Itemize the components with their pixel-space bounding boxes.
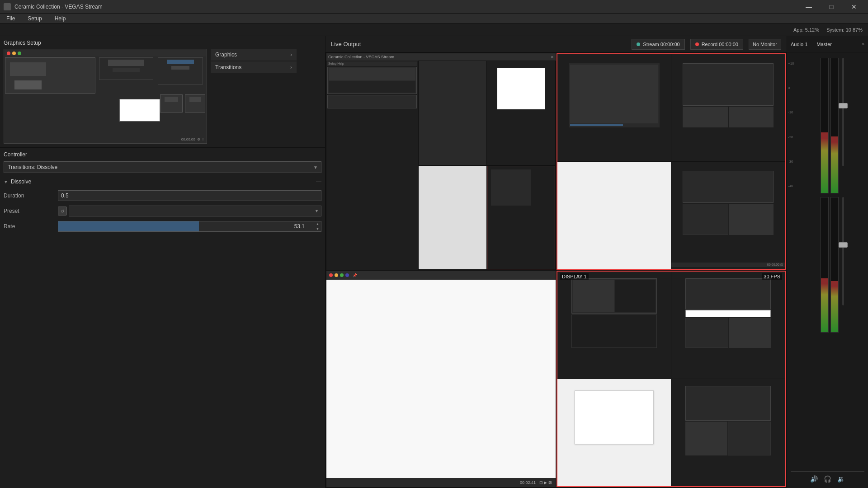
embedded-title-text: Ceramic Collection - VEGAS Stream (328, 55, 394, 59)
br-thumb-2 (671, 272, 785, 379)
br-t4-content (685, 386, 770, 455)
dissolve-collapse-icon[interactable]: — (316, 178, 321, 185)
app-icon (4, 3, 11, 10)
live-output-title: Live Output (331, 41, 361, 47)
output-cell-bottomleft: 📌 00:02:41 ⊡ ▶ ⊠ (326, 271, 556, 487)
headphones-icon[interactable]: 🎧 (822, 474, 833, 484)
menu-help[interactable]: Help (52, 14, 69, 23)
rate-spinner: ▲ ▼ (314, 221, 321, 232)
emb-cell-2 (487, 61, 555, 165)
audio1-tab[interactable]: Audio 1 (791, 42, 807, 47)
topright-content: 00:00:00 ⊡ (557, 54, 785, 269)
transitions-arrow-icon: › (290, 64, 292, 70)
rate-slider-fill (58, 221, 199, 231)
preset-dropdown[interactable] (69, 206, 321, 216)
controller-title: Controller (4, 151, 321, 158)
bottomleft-content: 📌 00:02:41 ⊡ ▶ ⊠ (326, 271, 556, 487)
sidebar-transitions[interactable]: Transitions › (211, 61, 297, 73)
bottom-icons: ⊡ ▶ ⊠ (539, 480, 552, 485)
br-t1-content (571, 278, 656, 348)
topright-thumb-4: 00:00:00 ⊡ (671, 162, 785, 269)
audio1-fader (842, 58, 844, 193)
master-tab[interactable]: Master (816, 42, 832, 47)
transition-dropdown-wrapper[interactable]: Transitions: Dissolve (4, 161, 321, 173)
preview-white-box (119, 99, 160, 122)
audio1-fader-group (821, 58, 844, 193)
stream-label: Stream 00:00:00 (643, 42, 679, 47)
embedded-close: ✕ (551, 55, 554, 59)
audio-expand-icon[interactable]: » (862, 42, 864, 47)
menu-setup[interactable]: Setup (25, 14, 44, 23)
titlebar-left: Ceramic Collection - VEGAS Stream (4, 3, 103, 10)
emb-ctrl (327, 95, 417, 108)
bottom-statusbar: 00:02:41 ⊡ ▶ ⊠ (326, 478, 556, 487)
dissolve-label-group: ▼ Dissolve (4, 178, 31, 185)
db-0: 0 (788, 86, 794, 90)
volume-icon[interactable]: 🔉 (836, 474, 847, 484)
record-label: Record 00:00:00 (702, 42, 738, 47)
output-cell-bottomright: DISPLAY 1 30 FPS (557, 271, 786, 487)
preview-thumb-1 (160, 94, 183, 113)
db-neg30: -30 (788, 160, 794, 164)
duration-input[interactable] (58, 190, 321, 201)
minimize-button[interactable]: — (798, 0, 819, 14)
master-fader-handle[interactable] (839, 242, 848, 248)
app-stat: App: 5.12% (793, 27, 819, 33)
emb-menu: Setup Help (327, 61, 417, 66)
preset-dropdown-wrapper[interactable] (69, 206, 321, 216)
sidebar-transitions-label: Transitions (215, 64, 241, 70)
br-white-box (575, 390, 654, 444)
master-fader-track[interactable] (842, 197, 844, 305)
menu-file[interactable]: File (4, 14, 18, 23)
preset-reset-icon[interactable]: ↺ (58, 206, 67, 216)
record-button[interactable]: Record 00:00:00 (690, 39, 743, 50)
duration-label: Duration (4, 192, 58, 199)
preview-panel-a (5, 57, 95, 94)
output-cell-topright: 00:00:00 ⊡ (557, 53, 786, 270)
sidebar-graphics-label: Graphics (215, 52, 237, 58)
stream-button[interactable]: Stream 00:00:00 (632, 39, 684, 50)
topright-thumb-2 (671, 54, 785, 161)
record-status-dot (695, 42, 699, 46)
embedded-win-controls: ✕ (551, 55, 554, 59)
sidebar-graphics[interactable]: Graphics › (211, 49, 297, 61)
audio-panel: Audio 1 Master » +10 0 -10 -20 -30 -40 (787, 36, 868, 488)
bottomright-content: DISPLAY 1 30 FPS (557, 272, 785, 486)
preset-label: Preset (4, 208, 58, 214)
dissolve-toggle-icon[interactable]: ▼ (4, 179, 8, 184)
embedded-left-panel: Setup Help (326, 61, 418, 270)
rate-down-button[interactable]: ▼ (314, 226, 321, 231)
transition-dropdown[interactable]: Transitions: Dissolve (4, 161, 321, 173)
t4-statusbar: 00:00:00 ⊡ (671, 263, 785, 267)
output-cell-topleft: Ceramic Collection - VEGAS Stream ✕ Setu… (326, 53, 556, 270)
close-button[interactable]: ✕ (844, 0, 864, 14)
preview-inner-titlebar (5, 50, 206, 56)
titlebar: Ceramic Collection - VEGAS Stream — □ ✕ (0, 0, 868, 14)
rate-input-group: 53.1 ▲ ▼ (58, 221, 321, 232)
audio1-meter-l-fill (821, 132, 828, 193)
rate-slider[interactable]: 53.1 (58, 221, 314, 232)
appbar: App: 5.12% System: 10.87% (0, 23, 868, 36)
duration-row: Duration (4, 190, 321, 201)
right-section: Live Output Stream 00:00:00 Record 00:00… (326, 36, 868, 488)
audio1-fader-handle[interactable] (839, 103, 848, 108)
preview-icons: ⚙ ⋮ (197, 137, 205, 141)
embedded-right-section (418, 61, 556, 270)
monitor-select[interactable]: No Monitor (749, 39, 781, 50)
emb-cell-4 (487, 166, 555, 270)
left-panel: Graphics Setup (0, 36, 326, 488)
master-meter-r (830, 197, 839, 333)
audio1-meter-r-fill (831, 136, 838, 193)
br-thumb-3 (557, 379, 671, 486)
controller-section: Controller Transitions: Dissolve ▼ Disso… (0, 148, 325, 488)
dot-red (329, 273, 333, 277)
db-plus10: +10 (788, 61, 794, 66)
emb-mini-1 (329, 68, 415, 80)
audio1-fader-track[interactable] (842, 58, 844, 166)
rate-label: Rate (4, 223, 58, 230)
topright-thumb-3 (557, 162, 671, 269)
stream-status-dot (637, 42, 640, 46)
rate-up-button[interactable]: ▲ (314, 221, 321, 226)
maximize-button[interactable]: □ (821, 0, 842, 14)
speaker-icon[interactable]: 🔊 (809, 474, 820, 484)
